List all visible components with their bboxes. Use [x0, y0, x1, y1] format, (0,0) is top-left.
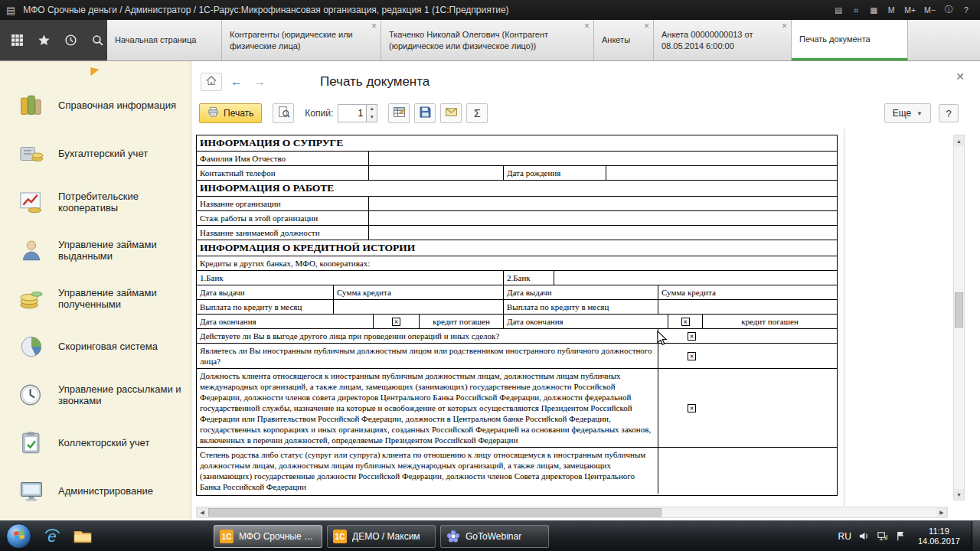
print-preview-button[interactable]	[273, 103, 294, 123]
back-button[interactable]: ←	[227, 73, 247, 91]
volume-icon[interactable]	[858, 530, 870, 542]
horizontal-scroll-thumb[interactable]	[208, 508, 662, 517]
action-center-flag-icon[interactable]	[895, 530, 906, 542]
table-row: Должность клиента относящегося к иностра…	[197, 368, 837, 447]
table-cell: Выплата по кредиту в месяц	[197, 300, 333, 314]
table-cell: ИНФОРМАЦИЯ О КРЕДИТНОЙ ИСТОРИИ	[197, 240, 837, 256]
tab-label: Анкеты	[602, 34, 630, 45]
explorer-folder-icon[interactable]	[73, 527, 93, 546]
table-cell: Фамилия Имя Отчество	[197, 152, 368, 165]
taskbar-window-gotowebinar[interactable]: GoToWebinar	[440, 525, 549, 548]
show-desktop-button[interactable]	[972, 521, 980, 551]
tab-home[interactable]: Начальная страница	[107, 20, 222, 60]
sidebar-item-collection[interactable]: Коллекторский учет	[0, 419, 191, 467]
more-button[interactable]: Еще ▼	[884, 103, 931, 123]
print-button[interactable]: Печать	[199, 103, 262, 123]
checkbox-checked-icon: ×	[688, 404, 696, 412]
sidebar-item-cooperatives[interactable]: Потребительские кооперативы	[0, 178, 191, 226]
form-toolbar: Печать Копий: ▲ ▼ Σ Еще ▼	[191, 98, 980, 129]
tab-strip: Начальная страницаКонтрагенты (юридическ…	[107, 20, 980, 60]
sidebar-item-scoring[interactable]: Скоринговая система	[0, 322, 191, 370]
stepper-down-icon[interactable]: ▼	[367, 113, 377, 122]
table-cell	[368, 226, 837, 240]
scroll-right-icon[interactable]: ▶	[936, 507, 947, 517]
forward-button[interactable]: →	[250, 73, 270, 91]
internet-explorer-icon[interactable]: e	[42, 527, 62, 546]
home-button[interactable]	[201, 73, 222, 91]
taskbar-window-demo[interactable]: 1CДЕМО / Максим	[327, 525, 436, 548]
svg-text:1C: 1C	[222, 533, 232, 541]
sidebar-item-loans-received[interactable]: Управление займами полученными	[0, 274, 191, 322]
sum-button[interactable]: Σ	[466, 103, 488, 123]
calculator-icon[interactable]: ⌗	[848, 3, 864, 17]
help-button[interactable]: ?	[939, 104, 959, 122]
clock[interactable]: 11:19 14.06.2017	[918, 527, 960, 546]
scroll-down-icon[interactable]: ▼	[954, 489, 964, 500]
vertical-scroll-thumb[interactable]	[955, 292, 963, 328]
network-icon[interactable]	[877, 530, 888, 542]
save-icon	[419, 106, 432, 121]
person-icon	[17, 237, 46, 263]
tab-label: Печать документа	[799, 34, 871, 44]
sidebar-item-administration[interactable]: Администрирование	[0, 467, 191, 515]
toolbar-far-right: Еще ▼ ?	[884, 103, 959, 123]
table-cell	[658, 300, 837, 314]
table-settings-button[interactable]	[388, 103, 410, 123]
tab-close-icon[interactable]: ×	[584, 21, 590, 31]
checkbox-cell: ×	[668, 315, 702, 328]
print-button-label: Печать	[224, 108, 253, 119]
tab-questionnaire-13[interactable]: Анкета 00000000013 от 08.05.2014 6:00:00…	[654, 20, 792, 60]
tab-counterparties[interactable]: Контрагенты (юридические или физические …	[222, 20, 381, 60]
tab-close-icon[interactable]: ×	[782, 21, 787, 31]
sidebar-item-mailings[interactable]: Управление рассылками и звонками	[0, 370, 191, 419]
info-icon[interactable]: ⓘ	[941, 3, 956, 17]
table-cell: Стаж работы в этой организации	[197, 211, 368, 225]
tab-close-icon[interactable]: ×	[644, 21, 649, 31]
memory-minus-icon[interactable]: M−	[921, 3, 939, 17]
collapse-panel-arrow-icon[interactable]	[87, 64, 100, 77]
language-indicator[interactable]: RU	[838, 531, 851, 542]
email-button[interactable]	[440, 103, 462, 123]
start-button[interactable]	[6, 523, 31, 549]
table-cell	[368, 197, 837, 210]
main-menu-icon[interactable]: ▤	[6, 5, 15, 16]
printer-icon	[207, 106, 219, 120]
tab-contact[interactable]: Ткаченко Николай Олегович (Контрагент (ю…	[381, 20, 594, 60]
apps-menu-icon[interactable]	[11, 34, 24, 47]
form-close-icon[interactable]: ✕	[956, 70, 965, 83]
search-icon[interactable]	[91, 34, 104, 47]
save-button[interactable]	[414, 103, 436, 123]
table-cell	[606, 166, 837, 180]
table-cell	[554, 271, 837, 285]
table-row: Стаж работы в этой организации	[197, 210, 837, 225]
memory-plus-icon[interactable]: M+	[901, 3, 919, 17]
table-row: 1.Банк2.Банк	[197, 270, 837, 285]
stepper-up-icon[interactable]: ▲	[367, 105, 377, 113]
taskbar-window-mfo[interactable]: 1CМФО Срочные д...	[214, 525, 322, 548]
table-cell: кредит погашен	[419, 315, 503, 328]
tab-label: Контрагенты (юридические или физические …	[230, 29, 367, 51]
tab-questionnaires[interactable]: Анкеты×	[594, 20, 654, 60]
calendar-icon[interactable]: ▦	[866, 3, 881, 17]
clipboard-icon	[17, 430, 46, 456]
page-boundary-line	[844, 129, 844, 507]
tab-print-document[interactable]: Печать документа	[792, 20, 908, 60]
memory-icon[interactable]: M	[884, 3, 899, 17]
sidebar-item-accounting[interactable]: Бухгалтерский учет	[0, 129, 191, 178]
horizontal-scrollbar[interactable]: ◀ ▶	[196, 507, 948, 518]
table-cell: Название организации	[197, 197, 368, 210]
copies-input[interactable]	[338, 104, 367, 122]
checkbox-cell: ×	[658, 369, 837, 447]
table-cell: Выплата по кредиту в месяц	[503, 300, 658, 314]
vertical-scrollbar[interactable]: ▲ ▼	[953, 135, 965, 500]
tab-bar: Начальная страницаКонтрагенты (юридическ…	[0, 20, 980, 61]
history-clock-icon[interactable]	[64, 34, 77, 47]
tab-close-icon[interactable]: ×	[371, 21, 377, 31]
scroll-left-icon[interactable]: ◀	[197, 507, 207, 517]
sidebar-item-reference[interactable]: Справочная информация	[0, 81, 191, 129]
favorites-star-icon[interactable]	[38, 34, 51, 47]
scroll-up-icon[interactable]: ▲	[954, 135, 964, 146]
titlebar-help-icon[interactable]: ?	[959, 3, 974, 17]
sidebar-item-loans-issued[interactable]: Управление займами выданными	[0, 226, 191, 274]
panels-icon[interactable]: ▤	[831, 3, 846, 17]
